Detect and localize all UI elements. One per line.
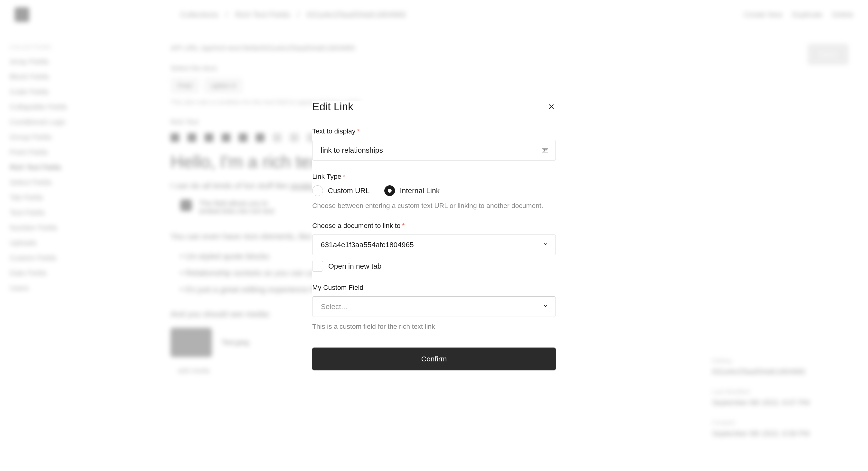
custom-field-placeholder: Select... <box>321 303 347 311</box>
id-card-icon <box>541 146 549 154</box>
radio-internal-link[interactable]: Internal Link <box>384 185 440 196</box>
svg-rect-1 <box>543 149 545 151</box>
choose-document-value: 631a4e1f3aa554afc1804965 <box>321 241 414 249</box>
close-button[interactable] <box>547 102 556 111</box>
field-link-type: Link Type* Custom URL Internal Link Choo… <box>312 173 556 210</box>
choose-document-label: Choose a document to link to* <box>312 222 556 230</box>
close-icon <box>548 103 555 110</box>
custom-field-label: My Custom Field <box>312 284 556 291</box>
link-type-helper: Choose between entering a custom text UR… <box>312 202 556 210</box>
field-choose-document: Choose a document to link to* 631a4e1f3a… <box>312 222 556 272</box>
custom-field-select[interactable]: Select... <box>312 296 556 317</box>
link-type-label: Link Type* <box>312 173 556 181</box>
required-star: * <box>402 222 405 229</box>
open-new-tab-label: Open in new tab <box>328 262 381 270</box>
radio-circle-unchecked <box>312 185 323 196</box>
custom-field-helper: This is a custom field for the rich text… <box>312 323 556 331</box>
text-to-display-input[interactable] <box>312 140 556 160</box>
edit-link-modal: Edit Link Text to display* <box>312 101 556 370</box>
radio-internal-link-label: Internal Link <box>400 187 440 195</box>
field-text-to-display: Text to display* <box>312 127 556 160</box>
radio-circle-checked <box>384 185 395 196</box>
choose-document-select[interactable]: 631a4e1f3aa554afc1804965 <box>312 234 556 255</box>
text-to-display-label: Text to display* <box>312 127 556 135</box>
link-type-radio-group: Custom URL Internal Link <box>312 185 556 196</box>
open-new-tab-checkbox[interactable] <box>312 261 323 272</box>
open-new-tab-row: Open in new tab <box>312 261 556 272</box>
radio-custom-url[interactable]: Custom URL <box>312 185 370 196</box>
modal-header: Edit Link <box>312 101 556 113</box>
radio-custom-url-label: Custom URL <box>328 187 370 195</box>
required-star: * <box>343 173 345 180</box>
required-star: * <box>357 127 360 135</box>
field-custom: My Custom Field Select... This is a cust… <box>312 284 556 331</box>
modal-title: Edit Link <box>312 101 353 113</box>
confirm-button[interactable]: Confirm <box>312 348 556 370</box>
